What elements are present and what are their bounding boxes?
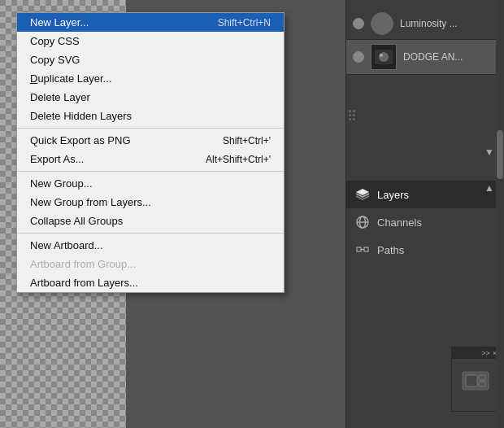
menu-item-new-artboard[interactable]: New Artboard... — [17, 236, 284, 255]
tab-channels-label: Channels — [377, 216, 422, 229]
menu-item-new-layer-label: New Layer... — [30, 16, 193, 28]
drag-handle — [349, 110, 355, 120]
menu-item-artboard-layers-label: Artboard from Layers... — [30, 277, 271, 289]
svg-point-1 — [379, 52, 389, 62]
layer-name-luminosity: Luminosity ... — [400, 18, 497, 29]
svg-rect-9 — [357, 247, 361, 251]
right-panel: Luminosity ... DODGE AN... — [345, 0, 504, 428]
tab-paths[interactable]: Paths — [346, 236, 504, 264]
tab-channels[interactable]: Channels — [346, 208, 504, 236]
layer-item-luminosity[interactable]: Luminosity ... — [346, 8, 504, 40]
context-menu: New Layer... Shift+Ctrl+N Copy CSS Copy … — [16, 12, 285, 293]
svg-rect-14 — [479, 375, 485, 380]
scrollbar-track[interactable] — [496, 0, 504, 428]
menu-item-collapse-groups-label: Collapse All Groups — [30, 215, 271, 227]
channels-icon — [354, 214, 371, 230]
menu-item-quick-export-label: Quick Export as PNG — [30, 134, 198, 146]
visibility-toggle-dodge[interactable] — [353, 51, 364, 63]
menu-item-delete-layer[interactable]: Delete Layer — [17, 88, 284, 107]
menu-item-new-group-label: New Group... — [30, 177, 271, 190]
menu-item-copy-css-label: Copy CSS — [30, 35, 271, 47]
tab-paths-label: Paths — [377, 244, 404, 256]
menu-item-delete-hidden[interactable]: Delete Hidden Layers — [17, 107, 284, 125]
layer-item-dodge[interactable]: DODGE AN... — [346, 40, 504, 75]
tab-layers-label: Layers — [377, 189, 409, 201]
mini-panel-body — [452, 359, 499, 401]
panel-arrows: ▼ ▲ — [484, 146, 494, 194]
separator-3 — [17, 233, 284, 234]
visibility-toggle-luminosity[interactable] — [353, 18, 364, 29]
collapse-arrow-up[interactable]: ▲ — [484, 182, 494, 194]
separator-2 — [17, 171, 284, 172]
menu-item-copy-svg[interactable]: Copy SVG — [17, 50, 284, 69]
layer-thumb-luminosity — [371, 12, 393, 35]
panel-tabs: Layers Channels Paths — [346, 181, 504, 264]
menu-item-copy-css[interactable]: Copy CSS — [17, 32, 284, 50]
separator-1 — [17, 128, 284, 129]
menu-item-new-group-layers-label: New Group from Layers... — [30, 196, 271, 208]
menu-item-duplicate-layer[interactable]: Duplicate Layer... — [17, 69, 284, 88]
menu-item-export-as[interactable]: Export As... Alt+Shift+Ctrl+' — [17, 150, 284, 168]
menu-item-new-artboard-label: New Artboard... — [30, 239, 271, 251]
menu-item-artboard-group: Artboard from Group... — [17, 255, 284, 273]
menu-item-new-layer-shortcut: Shift+Ctrl+N — [218, 17, 271, 28]
menu-item-quick-export[interactable]: Quick Export as PNG Shift+Ctrl+' — [17, 131, 284, 150]
svg-rect-15 — [479, 382, 485, 387]
collapse-arrow-down[interactable]: ▼ — [484, 146, 494, 158]
menu-item-export-as-label: Export As... — [30, 153, 181, 165]
menu-item-new-group-layers[interactable]: New Group from Layers... — [17, 193, 284, 212]
layers-list: Luminosity ... DODGE AN... — [346, 8, 504, 75]
menu-item-duplicate-layer-label: Duplicate Layer... — [30, 72, 271, 85]
menu-item-collapse-groups[interactable]: Collapse All Groups — [17, 212, 284, 230]
scrollbar-thumb[interactable] — [497, 130, 503, 179]
menu-item-delete-hidden-label: Delete Hidden Layers — [30, 110, 271, 122]
layer-thumb-dodge — [371, 44, 397, 70]
menu-item-export-as-shortcut: Alt+Shift+Ctrl+' — [206, 154, 271, 165]
menu-item-quick-export-shortcut: Shift+Ctrl+' — [223, 135, 271, 146]
menu-item-artboard-group-label: Artboard from Group... — [30, 258, 271, 270]
mini-panel: >> × — [451, 347, 500, 412]
svg-point-2 — [380, 54, 383, 57]
menu-item-delete-layer-label: Delete Layer — [30, 91, 271, 103]
svg-rect-10 — [364, 247, 368, 251]
menu-item-copy-svg-label: Copy SVG — [30, 54, 271, 66]
menu-item-new-layer[interactable]: New Layer... Shift+Ctrl+N — [17, 13, 284, 32]
layer-name-dodge: DODGE AN... — [403, 51, 497, 63]
menu-item-artboard-layers[interactable]: Artboard from Layers... — [17, 273, 284, 292]
mini-panel-collapse[interactable]: >> — [481, 349, 490, 357]
mini-panel-header: >> × — [452, 347, 499, 359]
paths-icon — [354, 242, 371, 258]
layers-icon — [354, 186, 371, 203]
svg-rect-13 — [466, 375, 477, 387]
menu-item-new-group[interactable]: New Group... — [17, 174, 284, 193]
tab-layers[interactable]: Layers — [346, 181, 504, 208]
